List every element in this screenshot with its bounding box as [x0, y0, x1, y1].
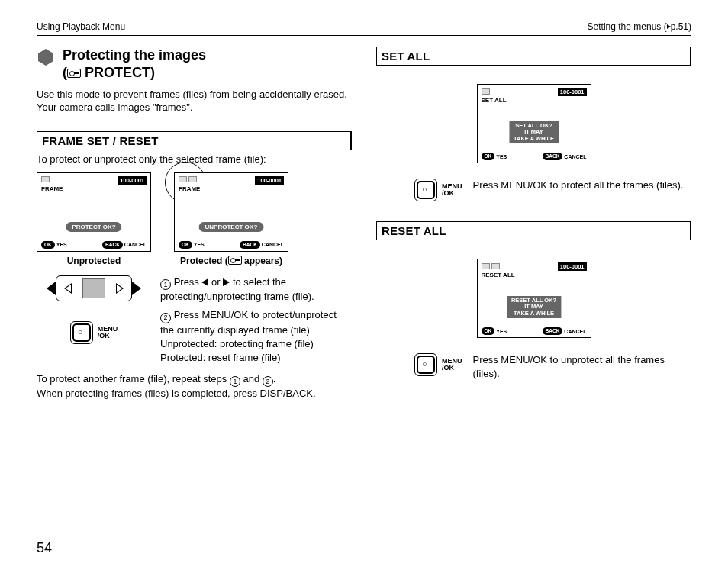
key-icon — [188, 176, 197, 182]
lcd-2: 100-0001 FRAME UNPROTECT OK? OK YES BACK… — [174, 172, 288, 252]
step-row: MENU/OK 1 Press or to select the protect… — [37, 275, 352, 365]
footnote: To protect another frame (file), repeat … — [37, 372, 352, 401]
menu-ok-icon: MENU/OK — [414, 353, 462, 376]
right-column: SET ALL 100-0001 SET ALL SET ALL OK? IT … — [376, 47, 691, 401]
page-number: 54 — [37, 540, 52, 556]
columns: Protecting the images ( PROTECT) Use thi… — [37, 47, 691, 401]
menu-ok-icon: MENU/OK — [70, 321, 118, 344]
menu-ok-icon: MENU/OK — [414, 179, 462, 201]
arrow-left-icon — [47, 282, 56, 295]
triangle-right-icon — [223, 278, 230, 286]
caption-unprotected: Unprotected — [67, 256, 121, 266]
reset-all-step: MENU/OK Press MENU/OK to unprotect all t… — [414, 353, 688, 380]
circled-1-icon: 1 — [160, 279, 171, 290]
circled-2-icon: 2 — [160, 313, 171, 323]
frame-set-sub: To protect or unprotect only the selecte… — [37, 153, 352, 165]
divider — [37, 35, 691, 36]
section-frame-set-reset: FRAME SET / RESET — [37, 131, 352, 150]
page: Using Playback Menu Setting the menus (p… — [0, 0, 728, 576]
circled-2-icon: 2 — [263, 376, 273, 387]
svg-marker-0 — [38, 49, 53, 66]
intro-text: Use this mode to prevent frames (files) … — [37, 88, 352, 114]
section-reset-all: RESET ALL — [376, 221, 691, 240]
lcd-reset-all: 100-0001 RESET ALL RESET ALL OK? IT MAY … — [477, 259, 591, 338]
circled-1-icon: 1 — [230, 376, 240, 387]
section-set-all: SET ALL — [376, 47, 691, 66]
protect-key-icon — [67, 69, 81, 78]
left-column: Protecting the images ( PROTECT) Use thi… — [37, 47, 352, 401]
page-header: Using Playback Menu Setting the menus (p… — [37, 21, 691, 32]
steps-text: 1 Press or to select the protecting/unpr… — [160, 275, 352, 365]
step-2: 2 Press MENU/OK to protect/unprotect the… — [160, 308, 352, 365]
header-right: Setting the menus (p.51) — [588, 21, 691, 32]
title-row: Protecting the images ( PROTECT) — [37, 47, 352, 81]
controls-column: MENU/OK — [37, 275, 151, 365]
key-icon — [41, 176, 50, 182]
header-left: Using Playback Menu — [37, 21, 125, 32]
arrow-right-icon — [132, 282, 141, 295]
lcd-screens: 100-0001 FRAME PROTECT OK? OK YES BACK C… — [37, 172, 352, 266]
lcd-set-all: 100-0001 SET ALL SET ALL OK? IT MAY TAKE… — [477, 84, 591, 163]
hexagon-icon — [37, 48, 55, 66]
page-title: Protecting the images ( PROTECT) — [63, 47, 206, 81]
protect-key-icon — [228, 256, 242, 265]
caption-protected: Protected ( appears) — [180, 256, 282, 266]
lcd-reset-all-wrap: 100-0001 RESET ALL RESET ALL OK? IT MAY … — [477, 259, 591, 338]
screen-unprotected: 100-0001 FRAME PROTECT OK? OK YES BACK C… — [37, 172, 151, 266]
key-icon — [179, 176, 187, 182]
lcd-1: 100-0001 FRAME PROTECT OK? OK YES BACK C… — [37, 172, 151, 252]
key-icon — [482, 88, 490, 95]
dpad-icon — [56, 275, 132, 301]
screen-protected: 100-0001 FRAME UNPROTECT OK? OK YES BACK… — [174, 172, 288, 266]
step-1: 1 Press or to select the protecting/unpr… — [160, 275, 352, 304]
key-icon — [491, 263, 500, 269]
key-icon — [482, 263, 490, 269]
lcd-set-all-wrap: 100-0001 SET ALL SET ALL OK? IT MAY TAKE… — [477, 84, 591, 163]
set-all-step: MENU/OK Press MENU/OK to protect all the… — [414, 179, 688, 201]
